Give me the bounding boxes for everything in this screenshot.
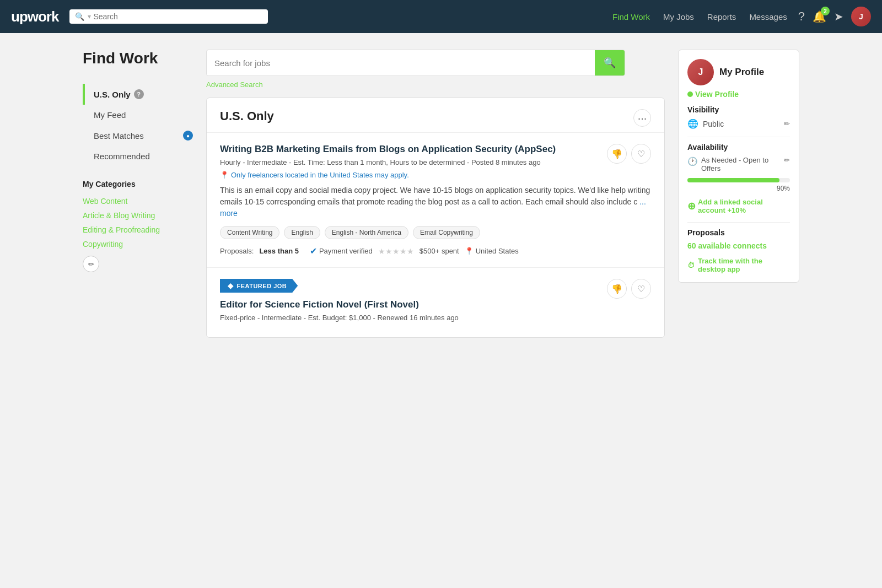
logo-work: work [28, 8, 59, 25]
desktop-app-icon: ⏱ [687, 261, 695, 269]
tag-english[interactable]: English [284, 226, 320, 239]
country-text: United States [476, 247, 519, 255]
cursor-icon[interactable]: ➤ [834, 10, 843, 23]
best-matches-badge: ● [183, 131, 193, 141]
sidebar-item-best-matches[interactable]: Best Matches ● [83, 125, 193, 146]
progress-row: 90% [687, 178, 790, 192]
location-icon: 📍 [220, 171, 229, 179]
featured-text: FEATURED JOB [237, 283, 287, 289]
view-profile-text: View Profile [695, 90, 739, 99]
visibility-row: 🌐 Public ✏ [687, 118, 790, 129]
notifications-icon[interactable]: 🔔 2 [813, 10, 826, 23]
page-title: Find Work [83, 50, 193, 67]
search-dropdown-arrow[interactable]: ▾ [88, 13, 91, 20]
location-text: Only freelancers located in the United S… [231, 171, 409, 179]
tag-email-copywriting[interactable]: Email Copywriting [413, 226, 480, 239]
plus-circle-icon: ⊕ [687, 200, 696, 212]
profile-avatar[interactable]: J [687, 59, 714, 85]
job-meta: Hourly - Intermediate - Est. Time: Less … [220, 158, 651, 166]
sidebar-label: Recommended [94, 152, 150, 161]
rating-stars: ★★★★★ [378, 247, 414, 256]
navbar: upwork 🔍 ▾ Find Work My Jobs Reports Mes… [0, 0, 882, 33]
left-sidebar: Find Work U.S. Only ? My Feed Best Match… [83, 50, 193, 338]
sidebar-categories: Web Content Article & Blog Writing Editi… [83, 194, 193, 251]
progress-bar-fill [687, 178, 779, 182]
nav-links: Find Work My Jobs Reports Messages [612, 12, 787, 21]
page-container: Find Work U.S. Only ? My Feed Best Match… [72, 33, 810, 354]
edit-availability-button[interactable]: ✏ [784, 156, 790, 164]
navbar-search-bar[interactable]: 🔍 ▾ [69, 9, 268, 24]
add-social-link[interactable]: ⊕ Add a linked social account +10% [687, 198, 790, 214]
map-pin-icon: 📍 [465, 247, 474, 255]
right-sidebar: J My Profile View Profile Visibility 🌐 P… [678, 50, 799, 338]
job-title-2[interactable]: Editor for Science Fiction Novel (First … [220, 299, 601, 310]
diamond-icon: ◆ [228, 282, 234, 290]
help-icon[interactable]: ? [798, 9, 805, 24]
search-jobs-input[interactable] [207, 52, 595, 74]
desktop-app-link[interactable]: ⏱ Track time with the desktop app [687, 257, 790, 273]
nav-find-work[interactable]: Find Work [612, 12, 650, 21]
job-actions-2: 👎 ♡ [607, 279, 651, 299]
job-title[interactable]: Writing B2B Marketing Emails from Blogs … [220, 144, 601, 155]
availability-row: 🕐 As Needed - Open to Offers ✏ [687, 156, 790, 172]
category-editing[interactable]: Editing & Proofreading [83, 223, 193, 237]
divider-2 [687, 222, 790, 223]
edit-categories-button[interactable]: ✏ [83, 256, 99, 272]
edit-visibility-button[interactable]: ✏ [784, 120, 790, 128]
sidebar-item-my-feed[interactable]: My Feed [83, 105, 193, 125]
category-copywriting[interactable]: Copywriting [83, 237, 193, 251]
proposals-label: Proposals: [220, 247, 254, 255]
job-item-featured: 👎 ♡ ◆ FEATURED JOB Editor for Science Fi… [207, 268, 664, 337]
visibility-value: Public [703, 120, 724, 128]
connects-link[interactable]: 60 available connects [687, 241, 767, 250]
search-area: 🔍 Advanced Search [206, 50, 647, 89]
search-jobs-button[interactable]: 🔍 [595, 50, 625, 75]
clock-icon: 🕐 [687, 157, 698, 166]
logo-up: up [11, 8, 28, 25]
nav-icons: ? 🔔 2 ➤ J [798, 7, 871, 26]
proposals-value: Less than 5 [259, 247, 299, 255]
sidebar-item-us-only[interactable]: U.S. Only ? [83, 84, 193, 105]
jobs-card-header: ··· U.S. Only [207, 98, 664, 133]
category-article-blog[interactable]: Article & Blog Writing [83, 208, 193, 223]
tag-english-na[interactable]: English - North America [325, 226, 408, 239]
nav-messages[interactable]: Messages [749, 12, 787, 21]
logo[interactable]: upwork [11, 8, 58, 25]
job-item: 👎 ♡ Writing B2B Marketing Emails from Bl… [207, 133, 664, 268]
sidebar-nav: U.S. Only ? My Feed Best Matches ● Recom… [83, 84, 193, 166]
profile-header: J My Profile [687, 59, 790, 85]
description-text: This is an email copy and social media c… [220, 186, 650, 206]
tag-content-writing[interactable]: Content Writing [220, 226, 279, 239]
nav-my-jobs[interactable]: My Jobs [663, 12, 694, 21]
user-avatar[interactable]: J [851, 7, 871, 26]
sidebar-item-recommended[interactable]: Recommended [83, 146, 193, 166]
availability-value: As Needed - Open to Offers [701, 156, 781, 172]
sidebar-label: My Feed [94, 110, 126, 120]
desktop-app-text: Track time with the desktop app [698, 257, 790, 273]
like-button-2[interactable]: ♡ [631, 279, 651, 299]
advanced-search-link[interactable]: Advanced Search [206, 80, 263, 89]
like-button[interactable]: ♡ [631, 144, 651, 164]
notification-badge: 2 [821, 7, 830, 15]
online-indicator [687, 91, 693, 97]
add-social-text: Add a linked social account +10% [698, 198, 790, 214]
progress-percent: 90% [687, 185, 790, 192]
availability-label: Availability [687, 143, 790, 152]
country-badge: 📍 United States [465, 247, 519, 255]
help-tooltip-icon[interactable]: ? [134, 89, 144, 99]
dislike-button-2[interactable]: 👎 [607, 279, 627, 299]
nav-reports[interactable]: Reports [707, 12, 736, 21]
dislike-button[interactable]: 👎 [607, 144, 627, 164]
amount-spent: $500+ spent [420, 247, 459, 255]
job-footer: Proposals: Less than 5 ✔ Payment verifie… [220, 246, 651, 256]
category-web-content[interactable]: Web Content [83, 194, 193, 208]
featured-banner: ◆ FEATURED JOB [220, 279, 651, 293]
sidebar-label: Best Matches [94, 131, 144, 141]
view-profile-link[interactable]: View Profile [687, 90, 790, 99]
search-input[interactable] [93, 12, 262, 21]
job-location: 📍 Only freelancers located in the United… [220, 171, 651, 179]
search-jobs-bar: 🔍 [206, 50, 625, 76]
payment-verified: ✔ Payment verified [310, 246, 373, 256]
job-tags: Content Writing English English - North … [220, 226, 651, 239]
more-options-button[interactable]: ··· [633, 109, 651, 127]
